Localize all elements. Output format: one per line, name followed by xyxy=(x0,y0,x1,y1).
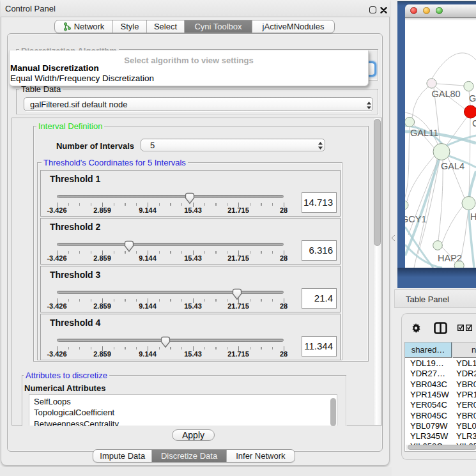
svg-text:H: H xyxy=(470,211,476,222)
svg-text:GA: GA xyxy=(469,93,476,104)
svg-text:HAP2: HAP2 xyxy=(438,253,462,263)
svg-text:GAL11: GAL11 xyxy=(410,128,438,138)
svg-text:GAL80: GAL80 xyxy=(432,89,461,99)
svg-text:GCY1: GCY1 xyxy=(405,214,427,224)
svg-text:C: C xyxy=(472,118,476,128)
svg-text:GAL4: GAL4 xyxy=(441,161,464,171)
